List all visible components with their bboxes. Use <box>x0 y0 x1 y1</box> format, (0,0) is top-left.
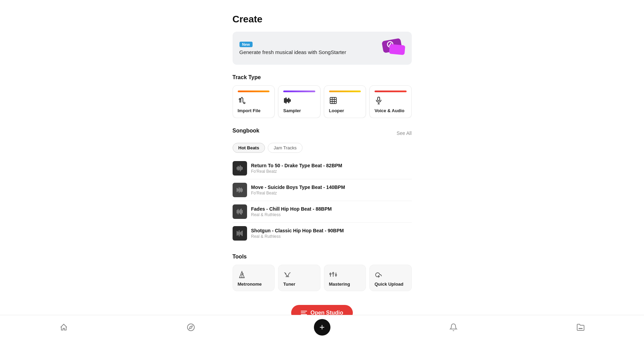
songbook-title: Songbook <box>233 128 259 134</box>
nav-discover[interactable] <box>187 323 195 331</box>
songbook-tabs: Hot Beats Jam Tracks <box>233 143 412 153</box>
track-thumbnail <box>233 204 247 219</box>
track-item[interactable]: Shotgun - Classic Hip Hop Beat - 90BPM R… <box>233 223 412 244</box>
tools-grid: Metronome Tuner <box>233 265 412 291</box>
metronome-label: Metronome <box>238 282 270 287</box>
tool-card-tuner[interactable]: Tuner <box>278 265 320 291</box>
nav-notifications[interactable] <box>449 323 458 331</box>
tools-title: Tools <box>233 254 412 260</box>
sampler-bar <box>283 91 315 92</box>
bell-icon <box>449 323 458 331</box>
folder-icon <box>576 323 585 331</box>
voice-audio-label: Voice & Audio <box>375 108 405 113</box>
tools-section: Tools Metronome <box>233 254 412 291</box>
waveform-icon <box>237 230 243 236</box>
track-thumbnail <box>233 161 247 176</box>
waveform-icon <box>237 165 243 171</box>
track-info: Move - Suicide Boys Type Beat - 140BPM F… <box>251 184 412 195</box>
svg-rect-8 <box>287 99 288 102</box>
tab-hot-beats[interactable]: Hot Beats <box>233 143 265 153</box>
track-artist: Fo'Real Beatz <box>251 169 412 174</box>
looper-bar <box>329 91 361 92</box>
compass-icon <box>187 323 195 331</box>
studio-lines-icon <box>301 311 307 315</box>
svg-marker-30 <box>189 326 192 328</box>
create-button[interactable]: + <box>314 319 330 336</box>
svg-rect-10 <box>290 99 290 102</box>
track-card-sampler[interactable]: Sampler <box>278 85 320 118</box>
looper-label: Looper <box>329 108 344 113</box>
svg-rect-32 <box>579 328 582 329</box>
svg-rect-7 <box>286 98 286 103</box>
track-type-title: Track Type <box>233 74 412 81</box>
track-item[interactable]: Return To 50 - Drake Type Beat - 82BPM F… <box>233 158 412 179</box>
waveform-icon <box>237 187 243 193</box>
banner-left: New Generate fresh musical ideas with So… <box>239 42 346 55</box>
track-type-section: Track Type Import File <box>233 74 412 118</box>
track-type-row: Import File Sampler <box>233 85 412 118</box>
metronome-icon <box>238 271 270 279</box>
quick-upload-icon <box>375 271 407 279</box>
sampler-label: Sampler <box>283 108 301 113</box>
mastering-label: Mastering <box>329 282 361 287</box>
import-file-label: Import File <box>238 108 260 113</box>
nav-create-center[interactable]: + <box>314 319 330 336</box>
track-card-looper[interactable]: Looper <box>324 85 366 118</box>
page-title: Create <box>233 14 412 25</box>
see-all-link[interactable]: See All <box>397 130 412 136</box>
tool-card-mastering[interactable]: Mastering <box>324 265 366 291</box>
import-file-bar <box>238 91 270 92</box>
nav-library[interactable] <box>576 323 585 331</box>
mastering-icon <box>329 271 361 279</box>
voice-audio-icon <box>375 96 407 105</box>
track-thumbnail <box>233 226 247 241</box>
svg-point-29 <box>187 324 194 331</box>
nav-home[interactable] <box>60 323 68 331</box>
svg-rect-9 <box>288 98 289 103</box>
home-icon <box>60 323 68 331</box>
tab-jam-tracks[interactable]: Jam Tracks <box>268 143 302 153</box>
new-badge: New <box>239 42 253 47</box>
svg-rect-11 <box>330 97 336 104</box>
bottom-nav: + <box>0 315 644 339</box>
track-name: Fades - Chill Hip Hop Beat - 88BPM <box>251 206 412 212</box>
track-name: Move - Suicide Boys Type Beat - 140BPM <box>251 184 412 190</box>
songbook-section: Songbook See All Hot Beats Jam Tracks Re… <box>233 128 412 244</box>
track-artist: Fo'Real Beatz <box>251 191 412 195</box>
tuner-icon <box>283 271 315 279</box>
tool-card-quick-upload[interactable]: Quick Upload <box>369 265 412 291</box>
voice-audio-bar <box>375 91 407 92</box>
svg-point-26 <box>333 273 334 274</box>
track-thumbnail <box>233 183 247 197</box>
track-info: Fades - Chill Hip Hop Beat - 88BPM Real … <box>251 206 412 217</box>
track-info: Return To 50 - Drake Type Beat - 82BPM F… <box>251 163 412 174</box>
plus-icon: + <box>319 322 325 331</box>
track-artist: Real & Ruthless <box>251 234 412 239</box>
tool-card-metronome[interactable]: Metronome <box>233 265 275 291</box>
svg-point-28 <box>335 274 337 276</box>
track-name: Shotgun - Classic Hip Hop Beat - 90BPM <box>251 228 412 233</box>
track-name: Return To 50 - Drake Type Beat - 82BPM <box>251 163 412 168</box>
quick-upload-label: Quick Upload <box>375 282 407 287</box>
songbook-header: Songbook See All <box>233 128 412 139</box>
tuner-label: Tuner <box>283 282 315 287</box>
sampler-icon <box>283 96 315 105</box>
track-item[interactable]: Fades - Chill Hip Hop Beat - 88BPM Real … <box>233 201 412 223</box>
looper-icon <box>329 96 361 105</box>
track-card-import-file[interactable]: Import File <box>233 85 275 118</box>
track-list: Return To 50 - Drake Type Beat - 82BPM F… <box>233 158 412 244</box>
import-file-icon <box>238 96 270 105</box>
track-info: Shotgun - Classic Hip Hop Beat - 90BPM R… <box>251 228 412 239</box>
songstarter-banner[interactable]: New Generate fresh musical ideas with So… <box>233 32 412 65</box>
svg-point-24 <box>330 273 331 275</box>
banner-text: Generate fresh musical ideas with SongSt… <box>239 49 346 55</box>
track-item[interactable]: Move - Suicide Boys Type Beat - 140BPM F… <box>233 179 412 201</box>
songstarter-icon <box>374 38 405 59</box>
svg-rect-6 <box>284 98 285 103</box>
waveform-icon <box>237 209 243 215</box>
svg-rect-16 <box>378 97 380 101</box>
track-artist: Real & Ruthless <box>251 212 412 217</box>
track-card-voice-audio[interactable]: Voice & Audio <box>369 85 412 118</box>
